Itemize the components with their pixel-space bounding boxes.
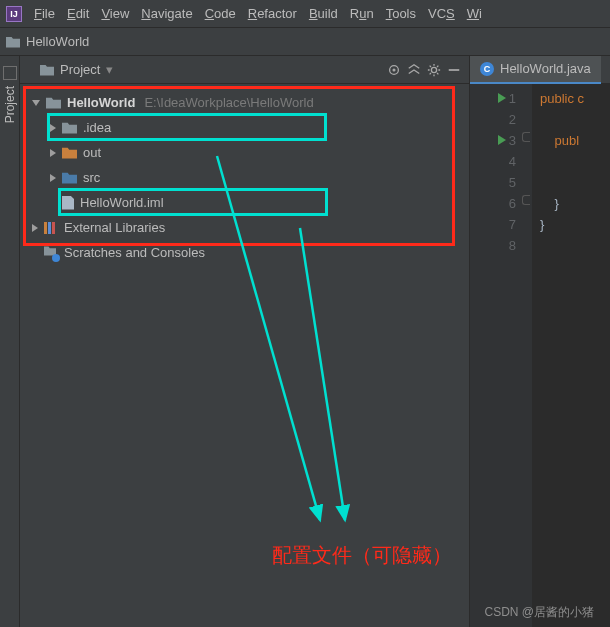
menu-file[interactable]: File: [34, 6, 55, 21]
menu-vcs[interactable]: VCS: [428, 6, 455, 21]
tree-item-iml[interactable]: HelloWorld.iml: [50, 190, 465, 215]
menu-edit[interactable]: Edit: [67, 6, 89, 21]
ide-body: Project Project ▾ HelloWorld: [0, 56, 610, 627]
folder-icon: [62, 147, 77, 159]
line-number: 2: [509, 112, 516, 127]
breadcrumb-project[interactable]: HelloWorld: [26, 34, 89, 49]
tree-item-label: src: [83, 170, 100, 185]
code-line: public c: [540, 91, 584, 106]
menu-refactor[interactable]: Refactor: [248, 6, 297, 21]
menu-tools[interactable]: Tools: [386, 6, 416, 21]
gear-icon[interactable]: [427, 63, 441, 77]
tree-item-label: .idea: [83, 120, 111, 135]
tree-root-path: E:\IdeaWorkplace\HelloWorld: [144, 95, 313, 110]
project-tool-button[interactable]: Project: [3, 86, 17, 123]
line-number: 1: [509, 91, 516, 106]
code-area[interactable]: public c publ } }: [532, 84, 610, 627]
editor-markers: [520, 84, 532, 627]
chevron-down-icon[interactable]: [32, 100, 40, 106]
run-icon[interactable]: [498, 93, 506, 103]
project-tree[interactable]: HelloWorld E:\IdeaWorkplace\HelloWorld .…: [20, 84, 469, 269]
folder-icon: [46, 97, 61, 109]
folder-icon: [40, 64, 54, 76]
java-class-icon: C: [480, 62, 494, 76]
menu-window[interactable]: Wi: [467, 6, 482, 21]
chevron-right-icon[interactable]: [32, 224, 38, 232]
editor-tab-label: HelloWorld.java: [500, 61, 591, 76]
menu-build[interactable]: Build: [309, 6, 338, 21]
fold-icon[interactable]: [522, 195, 530, 205]
editor: C HelloWorld.java 1 2 3 4 5 6 7 8: [470, 56, 610, 627]
hide-icon[interactable]: [447, 63, 461, 77]
file-icon: [62, 196, 74, 210]
expand-all-icon[interactable]: [407, 63, 421, 77]
tree-root-label: HelloWorld: [67, 95, 135, 110]
folder-icon: [62, 172, 77, 184]
tool-stripe-left: Project: [0, 56, 20, 627]
library-icon: [44, 222, 58, 234]
project-panel-header: Project ▾: [20, 56, 469, 84]
svg-point-1: [393, 69, 395, 71]
menu-code[interactable]: Code: [205, 6, 236, 21]
chevron-right-icon[interactable]: [50, 124, 56, 132]
menu-navigate[interactable]: Navigate: [141, 6, 192, 21]
tree-scratches[interactable]: Scratches and Consoles: [32, 240, 465, 265]
line-number: 4: [509, 154, 516, 169]
structure-icon[interactable]: [3, 66, 17, 80]
svg-point-2: [431, 67, 436, 72]
code-line: }: [540, 196, 559, 211]
editor-tab[interactable]: C HelloWorld.java: [470, 56, 601, 84]
project-panel-title[interactable]: Project: [60, 62, 100, 77]
run-icon[interactable]: [498, 135, 506, 145]
breadcrumb: HelloWorld: [0, 28, 610, 56]
fold-icon[interactable]: [522, 132, 530, 142]
tree-item-out[interactable]: out: [50, 140, 465, 165]
chevron-right-icon[interactable]: [50, 174, 56, 182]
folder-icon: [62, 122, 77, 134]
tree-external-libraries[interactable]: External Libraries: [32, 215, 465, 240]
line-number: 8: [509, 238, 516, 253]
editor-body[interactable]: 1 2 3 4 5 6 7 8 public c: [470, 84, 610, 627]
project-panel: Project ▾ HelloWorld E:\IdeaWorkplace\He…: [20, 56, 470, 627]
app-icon: IJ: [6, 6, 22, 22]
scratch-icon: [44, 246, 58, 260]
tree-item-label: Scratches and Consoles: [64, 245, 205, 260]
line-number: 3: [509, 133, 516, 148]
code-line: publ: [540, 133, 579, 148]
ide-window: IJ File Edit View Navigate Code Refactor…: [0, 0, 610, 627]
tree-root[interactable]: HelloWorld E:\IdeaWorkplace\HelloWorld: [32, 90, 465, 115]
code-line: }: [540, 217, 544, 232]
chevron-right-icon[interactable]: [50, 149, 56, 157]
tree-item-src[interactable]: src: [50, 165, 465, 190]
line-number: 5: [509, 175, 516, 190]
menu-run[interactable]: Run: [350, 6, 374, 21]
line-number: 7: [509, 217, 516, 232]
tree-item-label: External Libraries: [64, 220, 165, 235]
svg-rect-3: [449, 69, 460, 71]
select-opened-file-icon[interactable]: [387, 63, 401, 77]
tree-item-label: HelloWorld.iml: [80, 195, 164, 210]
folder-icon: [6, 36, 20, 48]
tree-item-label: out: [83, 145, 101, 160]
tree-item-idea[interactable]: .idea: [50, 115, 465, 140]
line-number: 6: [509, 196, 516, 211]
editor-gutter[interactable]: 1 2 3 4 5 6 7 8: [470, 84, 520, 627]
editor-tabs: C HelloWorld.java: [470, 56, 610, 84]
menu-bar: IJ File Edit View Navigate Code Refactor…: [0, 0, 610, 28]
menu-view[interactable]: View: [101, 6, 129, 21]
